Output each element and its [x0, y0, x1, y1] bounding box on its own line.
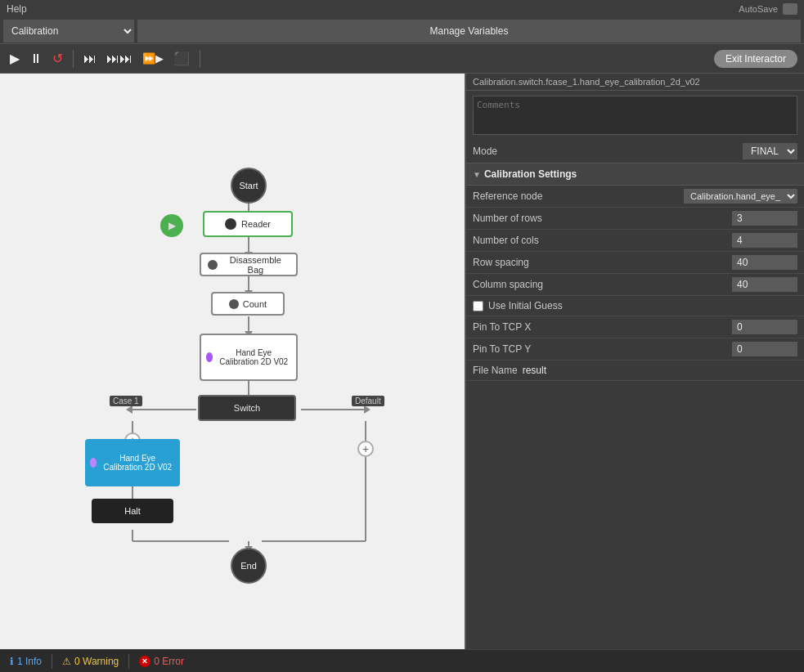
num-rows-row: Number of rows 3: [466, 208, 804, 230]
num-cols-label: Number of cols: [473, 235, 732, 246]
col-spacing-label: Column spacing: [473, 279, 732, 290]
flow-canvas[interactable]: Start ▶ Reader Disassemble Bag Count: [0, 74, 466, 649]
autosave-label: AutoSave: [739, 4, 778, 14]
count-node[interactable]: Count: [211, 292, 285, 316]
main-layout: Start ▶ Reader Disassemble Bag Count: [0, 74, 804, 649]
svg-marker-11: [126, 405, 133, 414]
exit-interactor-button[interactable]: Exit Interactor: [714, 50, 797, 68]
manage-variables-button[interactable]: Manage Variables: [137, 20, 801, 43]
halt-node[interactable]: Halt: [92, 499, 173, 523]
top-bar: Help AutoSave: [0, 0, 804, 18]
pin-tcp-y-row: Pin To TCP Y 0: [466, 338, 804, 361]
row-spacing-value: 40: [732, 255, 797, 270]
status-bar: ℹ 1 Info ⚠ 0 Warning ✕ 0 Error: [0, 649, 804, 672]
default-add-button[interactable]: +: [357, 441, 374, 457]
file-name-row: File Name result: [466, 361, 804, 381]
reference-node-label: Reference node: [473, 190, 684, 202]
pin-tcp-y-label: Pin To TCP Y: [473, 343, 732, 355]
toolbar: ▶ ⏸ ↺ ⏭ ⏭⏭ ⏩▶ ⬛ Exit Interactor: [0, 44, 804, 74]
comments-textarea[interactable]: [473, 96, 797, 135]
reference-node-row: Reference node Calibration.hand_eye_: [466, 186, 804, 208]
use-initial-guess-label[interactable]: Use Initial Guess: [488, 300, 563, 311]
switch-node[interactable]: Switch: [198, 395, 296, 421]
start-node[interactable]: Start: [231, 168, 267, 204]
mode-row: Mode FINAL: [466, 140, 804, 164]
pin-tcp-x-row: Pin To TCP X 0: [466, 316, 804, 338]
warn-label: 0 Warning: [74, 656, 119, 667]
row-spacing-label: Row spacing: [473, 257, 732, 268]
toolbar-separator-2: [200, 51, 200, 67]
warn-icon: ⚠: [62, 656, 71, 667]
hand-eye-cal2-node[interactable]: Hand Eye Calibration 2D V02: [85, 439, 180, 486]
help-menu[interactable]: Help: [7, 3, 27, 15]
reference-node-select[interactable]: Calibration.hand_eye_: [684, 189, 797, 204]
num-rows-value: 3: [732, 211, 797, 226]
use-initial-guess-checkbox[interactable]: [473, 301, 483, 311]
cal-settings-label: Calibration Settings: [484, 168, 577, 180]
row-spacing-row: Row spacing 40: [466, 252, 804, 274]
right-panel: Calibration.switch.fcase_1.hand_eye_cali…: [466, 74, 804, 649]
pin-tcp-x-label: Pin To TCP X: [473, 321, 732, 333]
reader-node[interactable]: Reader: [203, 211, 293, 237]
mode-select[interactable]: FINAL: [743, 143, 797, 159]
refresh-button[interactable]: ↺: [49, 47, 66, 70]
use-initial-guess-row: Use Initial Guess: [466, 296, 804, 316]
info-status-item[interactable]: ℹ 1 Info: [0, 650, 52, 672]
second-bar: Calibration Manage Variables: [0, 18, 804, 44]
num-rows-label: Number of rows: [473, 213, 732, 224]
play-button[interactable]: ▶: [7, 47, 23, 70]
num-cols-row: Number of cols 4: [466, 230, 804, 252]
info-icon: ℹ: [10, 656, 14, 667]
file-name-label: File Name: [473, 365, 518, 376]
record-button[interactable]: ⬛: [170, 47, 193, 70]
hand-eye-cal-node[interactable]: Hand Eye Calibration 2D V02: [200, 334, 298, 381]
case1-label: Case 1: [110, 396, 142, 406]
error-status-item[interactable]: ✕ 0 Error: [129, 650, 194, 672]
right-panel-title: Calibration.switch.fcase_1.hand_eye_cali…: [466, 74, 804, 91]
error-label: 0 Error: [154, 656, 184, 667]
end-node[interactable]: End: [231, 548, 267, 584]
warn-status-item[interactable]: ⚠ 0 Warning: [52, 650, 128, 672]
col-spacing-row: Column spacing 40: [466, 274, 804, 296]
skip-button[interactable]: ⏩▶: [139, 47, 167, 70]
file-name-value: result: [523, 365, 546, 376]
error-icon: ✕: [139, 656, 150, 667]
pause-button[interactable]: ⏸: [26, 47, 46, 70]
calibration-select[interactable]: Calibration: [3, 20, 134, 43]
col-spacing-value: 40: [732, 277, 797, 292]
play-indicator: ▶: [160, 214, 183, 237]
default-label: Default: [352, 396, 384, 406]
calibration-settings-header: ▼ Calibration Settings: [466, 164, 804, 186]
toolbar-separator-1: [73, 51, 74, 67]
pin-tcp-y-value: 0: [732, 342, 797, 356]
num-cols-value: 4: [732, 233, 797, 248]
svg-marker-13: [364, 405, 371, 414]
pin-tcp-x-value: 0: [732, 320, 797, 334]
autosave-indicator: [783, 3, 797, 15]
info-label: 1 Info: [17, 656, 42, 667]
fast-forward-button[interactable]: ⏭⏭: [103, 47, 136, 70]
disassemble-bag-node[interactable]: Disassemble Bag: [200, 253, 298, 276]
mode-label: Mode: [473, 146, 497, 157]
step-button[interactable]: ⏭: [80, 47, 100, 70]
